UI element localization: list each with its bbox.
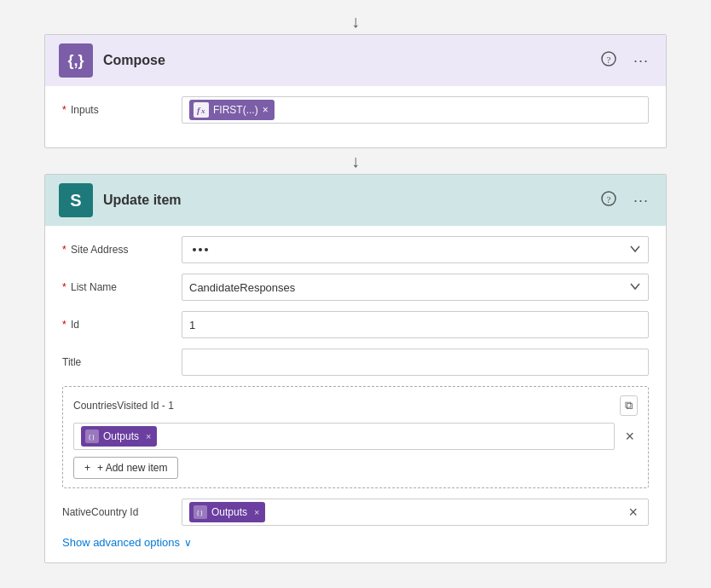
- array-token-icon: {}: [85, 429, 99, 443]
- compose-help-icon: ?: [601, 55, 616, 69]
- inputs-label: * Inputs: [62, 104, 173, 116]
- native-outputs-token[interactable]: {} Outputs ×: [189, 502, 265, 522]
- native-token-icon: {}: [194, 505, 207, 519]
- show-advanced-chevron-icon: ∨: [184, 537, 192, 549]
- compose-header-actions: ? ···: [598, 49, 652, 72]
- array-outputs-token[interactable]: {} Outputs ×: [81, 426, 157, 447]
- show-advanced-label: Show advanced options: [62, 536, 180, 549]
- id-row: * Id 1: [62, 311, 649, 338]
- update-ellipsis-icon: ···: [633, 192, 649, 209]
- list-name-input[interactable]: CandidateResponses: [182, 274, 649, 301]
- compose-icon: {,}: [59, 43, 93, 78]
- connector-arrow-middle: ↓: [351, 148, 360, 174]
- first-token[interactable]: f x FIRST(...) ×: [189, 100, 275, 120]
- native-country-label: NativeCountry Id: [62, 506, 173, 518]
- array-item-delete-button[interactable]: ×: [621, 426, 638, 447]
- site-address-row: * Site Address: [62, 236, 649, 263]
- site-address-dropdown-arrow: [629, 243, 641, 257]
- plus-icon: +: [84, 462, 90, 474]
- array-token-label: Outputs: [103, 430, 139, 442]
- title-input[interactable]: [182, 349, 649, 376]
- array-copy-button[interactable]: ⧉: [620, 395, 638, 416]
- list-name-dropdown-arrow: [629, 280, 641, 295]
- site-address-dots: [189, 248, 211, 251]
- compose-menu-button[interactable]: ···: [630, 50, 652, 72]
- update-title: Update item: [103, 193, 587, 208]
- compose-title: Compose: [103, 53, 587, 68]
- compose-body: * Inputs f x FIRST(...) ×: [45, 86, 666, 147]
- array-token-close[interactable]: ×: [146, 431, 151, 441]
- first-token-label: FIRST(...): [213, 104, 258, 116]
- update-menu-button[interactable]: ···: [630, 190, 652, 211]
- array-item-input[interactable]: {} Outputs ×: [73, 423, 615, 450]
- inputs-field-row: * Inputs f x FIRST(...) ×: [62, 96, 649, 124]
- copy-icon: ⧉: [625, 399, 633, 412]
- compose-ellipsis-icon: ···: [633, 52, 649, 69]
- native-token-label: Outputs: [211, 506, 247, 518]
- update-item-card: S Update item ? ··· * Site Address: [44, 174, 667, 563]
- connector-arrow-top: ↓: [351, 9, 360, 34]
- compose-help-button[interactable]: ?: [598, 49, 620, 72]
- native-token-close[interactable]: ×: [254, 507, 259, 517]
- inputs-field[interactable]: f x FIRST(...) ×: [182, 96, 649, 124]
- svg-text:{}: {}: [196, 509, 204, 517]
- native-country-input[interactable]: {} Outputs × ×: [182, 499, 649, 526]
- native-delete-button[interactable]: ×: [625, 502, 641, 523]
- compose-card: {,} Compose ? ··· * Inputs: [44, 34, 667, 148]
- title-row: Title: [62, 349, 649, 376]
- array-delete-icon: ×: [625, 428, 634, 445]
- svg-text:?: ?: [607, 55, 611, 65]
- svg-text:{}: {}: [88, 433, 95, 441]
- update-help-button[interactable]: ?: [598, 189, 620, 211]
- fx-icon: f x: [194, 102, 209, 118]
- first-token-close[interactable]: ×: [263, 104, 269, 116]
- list-name-value: CandidateResponses: [189, 281, 295, 294]
- site-address-label: * Site Address: [62, 244, 173, 256]
- native-delete-icon: ×: [628, 504, 638, 521]
- update-header[interactable]: S Update item ? ···: [45, 175, 666, 226]
- array-label-row: CountriesVisited Id - 1 ⧉: [73, 395, 638, 416]
- svg-text:x: x: [200, 107, 205, 115]
- update-body: * Site Address * List Name Can: [45, 226, 666, 562]
- id-label: * Id: [62, 319, 173, 331]
- update-icon: S: [59, 183, 93, 217]
- update-header-actions: ? ···: [598, 189, 652, 211]
- countries-visited-array: CountriesVisited Id - 1 ⧉ {} Outputs ×: [62, 386, 649, 488]
- list-name-row: * List Name CandidateResponses: [62, 274, 649, 301]
- show-advanced-button[interactable]: Show advanced options ∨: [62, 536, 192, 549]
- update-help-icon: ?: [601, 194, 616, 209]
- list-name-label: * List Name: [62, 281, 173, 293]
- compose-header[interactable]: {,} Compose ? ···: [45, 35, 666, 86]
- id-value: 1: [189, 319, 195, 331]
- id-input[interactable]: 1: [182, 311, 649, 338]
- svg-text:?: ?: [607, 194, 611, 205]
- add-new-item-button[interactable]: + + Add new item: [73, 457, 178, 479]
- add-new-label: + Add new item: [97, 462, 167, 474]
- array-item-row: {} Outputs × ×: [73, 423, 638, 450]
- title-label: Title: [62, 356, 173, 368]
- native-country-row: NativeCountry Id {} Outputs × ×: [62, 499, 649, 526]
- array-label: CountriesVisited Id - 1: [73, 400, 174, 412]
- site-address-input[interactable]: [182, 236, 649, 263]
